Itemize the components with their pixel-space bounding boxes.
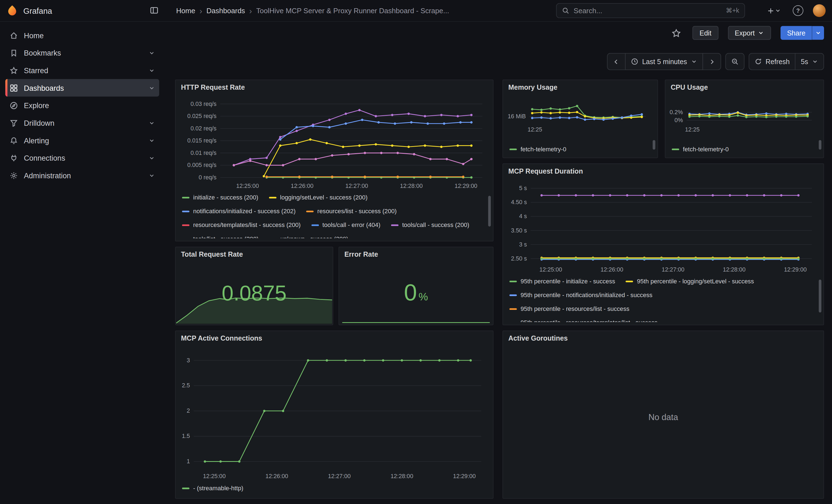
panel-title[interactable]: MCP Active Connections [181,334,262,342]
legend-scrollbar[interactable] [488,195,491,237]
legend-item[interactable]: logging/setLevel - success (200) [269,194,368,202]
legend-item[interactable]: resources/templates/list - success (200) [182,221,301,229]
memory-usage-chart[interactable]: 16 MiB12:25 [505,94,650,133]
search-input[interactable]: Search... ⌘+k [556,3,745,18]
mcp-active-connections-chart[interactable]: 11.522.5312:25:0012:26:0012:27:0012:28:0… [178,347,486,479]
edit-button[interactable]: Edit [693,26,718,39]
chevron-down-icon [149,85,155,91]
sidebar-item-alerting[interactable]: Alerting [5,132,159,149]
legend-item[interactable]: 95th percentile - logging/setLevel - suc… [626,277,754,286]
zoom-out-button[interactable] [725,53,744,70]
legend-item[interactable]: resources/list - success (200) [306,207,397,215]
legend-item[interactable]: tools/list - success (200) [182,235,258,238]
legend-item[interactable]: notifications/initialized - success (202… [182,207,295,215]
legend-item[interactable]: tools/call - success (200) [391,221,469,229]
legend-item[interactable]: - (streamable-http) [182,484,243,493]
cpu-usage-chart[interactable]: 0%0.2%12:25 [668,94,816,133]
breadcrumb-dashboards[interactable]: Dashboards [206,7,245,15]
sidebar-item-explore[interactable]: Explore [5,97,159,114]
add-new-button[interactable] [764,4,783,17]
favorite-star-button[interactable] [670,26,683,39]
time-shift-back-button[interactable] [607,53,626,70]
panel-title[interactable]: MCP Request Duration [509,167,583,175]
user-avatar[interactable] [813,4,826,17]
legend-scrollbar[interactable] [819,139,822,152]
panel-active-goroutines: Active Goroutines No data [502,330,824,499]
legend-scrollbar[interactable] [653,139,655,152]
legend-item[interactable]: fetch-telemetry-0 [672,145,729,153]
refresh-interval-picker[interactable]: 5s [795,53,824,70]
legend-item[interactable]: 95th percentile - notifications/initiali… [509,291,813,299]
legend: initialize - success (200) logging/setLe… [182,194,482,238]
svg-text:12:27:00: 12:27:00 [328,473,351,479]
breadcrumb-home[interactable]: Home [176,7,195,15]
share-button[interactable]: Share [781,26,812,39]
svg-text:12:25: 12:25 [527,126,542,133]
svg-text:12:25:00: 12:25:00 [203,473,226,479]
svg-text:0.01 req/s: 0.01 req/s [191,150,216,156]
panel-title[interactable]: Memory Usage [509,83,557,91]
legend-item[interactable]: unknown - success (200) [269,235,348,238]
legend-item[interactable]: tools/call - error (404) [311,221,380,229]
panel-error-rate: Error Rate 0% [338,247,493,325]
sidebar-item-bookmarks[interactable]: Bookmarks [5,44,159,62]
refresh-button[interactable]: Refresh [749,53,796,70]
svg-text:3 s: 3 s [519,241,527,247]
star-icon [672,28,681,37]
panel-title[interactable]: HTTP Request Rate [181,83,245,91]
panel-title[interactable]: Active Goroutines [509,334,568,342]
sidebar-item-connections[interactable]: Connections [5,149,159,167]
time-range-group: Last 5 minutes [607,53,721,70]
panel-title[interactable]: CPU Usage [671,83,708,91]
bell-icon [10,136,18,145]
svg-text:0.02 req/s: 0.02 req/s [191,125,216,132]
sidebar-item-home[interactable]: Home [5,26,159,44]
sidebar-item-drilldown[interactable]: Drilldown [5,114,159,132]
grafana-logo-icon[interactable] [6,5,18,16]
http-request-rate-chart[interactable]: 0 req/s0.005 req/s0.01 req/s0.015 req/s0… [178,96,487,189]
stat-value: 0.0875 [176,281,333,305]
chevron-down-icon [149,155,155,161]
mcp-request-duration-chart[interactable]: 2.50 s3 s3.50 s4 s4.50 s5 s12:25:0012:26… [505,180,816,273]
legend-item[interactable]: fetch-telemetry-0 [509,145,566,153]
nav-actions: ? [764,0,826,21]
time-controls: Last 5 minutes Refresh 5s [607,53,824,70]
sidebar-item-administration[interactable]: Administration [5,167,159,184]
svg-text:4.50 s: 4.50 s [511,199,527,205]
svg-text:12:26:00: 12:26:00 [291,183,314,189]
plug-icon [10,154,18,162]
stat-unit: % [418,291,428,302]
panel-title[interactable]: Error Rate [344,250,378,258]
sidebar-item-starred[interactable]: Starred [5,62,159,79]
chevron-right-icon: › [200,6,202,15]
export-button[interactable]: Export [728,26,771,39]
legend-item[interactable]: initialize - success (200) [182,194,258,202]
time-range-picker[interactable]: Last 5 minutes [625,53,703,70]
svg-text:0.005 req/s: 0.005 req/s [187,162,216,168]
help-button[interactable]: ? [791,3,806,18]
svg-text:0.025 req/s: 0.025 req/s [187,113,216,120]
refresh-icon [754,58,762,65]
legend-item[interactable]: 95th percentile - resources/templates/li… [509,319,813,322]
sidebar: Home Bookmarks Starred Dashboards Explor… [0,21,166,504]
legend-item[interactable]: 95th percentile - resources/list - succe… [509,305,813,313]
sidebar-item-dashboards[interactable]: Dashboards [5,79,159,97]
panel-title[interactable]: Total Request Rate [181,250,243,258]
svg-text:12:26:00: 12:26:00 [601,266,623,273]
gear-icon [10,171,18,180]
svg-text:12:29:00: 12:29:00 [454,183,477,189]
legend-item[interactable]: 95th percentile - initialize - success [509,277,615,286]
svg-text:12:25: 12:25 [685,126,700,133]
mega-menu-toggle-icon[interactable] [148,4,161,17]
legend-scrollbar[interactable] [819,278,822,320]
star-icon [10,66,18,75]
svg-text:2.50 s: 2.50 s [511,255,527,262]
legend: - (streamable-http) [182,483,483,496]
clock-icon [631,58,638,65]
share-menu-button[interactable] [812,26,824,39]
brand-name: Grafana [23,6,52,15]
chevron-down-icon [149,172,155,179]
time-shift-forward-button[interactable] [702,53,721,70]
panel-memory-usage: Memory Usage 16 MiB12:25 fetch-telemetry… [502,80,658,158]
chevron-down-icon [775,7,781,14]
